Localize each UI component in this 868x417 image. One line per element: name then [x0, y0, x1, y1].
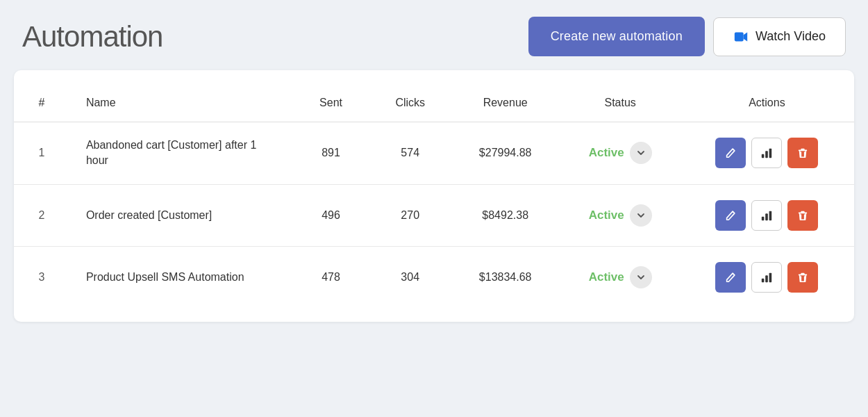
col-header-sent: Sent: [292, 84, 371, 122]
row-name: Product Upsell SMS Automation: [69, 246, 292, 308]
row-status: Active: [561, 246, 680, 308]
chevron-down-icon: [637, 149, 645, 157]
bar-chart-icon: [760, 147, 773, 159]
bar-chart-icon: [760, 271, 773, 284]
row-revenue: $27994.88: [450, 122, 561, 185]
edit-button[interactable]: [715, 262, 746, 293]
row-sent: 891: [292, 122, 371, 185]
svg-rect-5: [766, 213, 769, 220]
pencil-icon: [724, 271, 737, 284]
row-clicks: 574: [371, 122, 450, 185]
status-badge: Active: [589, 146, 624, 160]
svg-rect-9: [769, 272, 772, 282]
actions-container: [696, 262, 837, 293]
svg-rect-2: [766, 152, 769, 158]
table-row: 3 Product Upsell SMS Automation 478 304 …: [14, 246, 854, 308]
svg-rect-1: [762, 154, 765, 158]
video-camera-icon: [733, 29, 749, 44]
watch-video-label: Watch Video: [756, 29, 826, 44]
table-row: 2 Order created [Customer] 496 270 $8492…: [14, 184, 854, 246]
status-badge: Active: [589, 270, 624, 284]
col-header-number: #: [14, 84, 69, 122]
row-sent: 496: [292, 184, 371, 246]
status-dropdown-button[interactable]: [630, 204, 652, 227]
actions-container: [696, 138, 837, 168]
stats-button[interactable]: [751, 262, 782, 293]
chevron-down-icon: [637, 211, 645, 220]
row-status: Active: [561, 122, 680, 185]
row-number: 3: [14, 246, 69, 308]
pencil-icon: [724, 209, 737, 222]
row-status: Active: [561, 184, 680, 246]
row-number: 1: [14, 122, 69, 185]
pencil-icon: [724, 147, 737, 159]
row-actions: [680, 184, 854, 246]
stats-button[interactable]: [751, 200, 782, 231]
col-header-clicks: Clicks: [371, 84, 450, 122]
status-container: Active: [578, 266, 663, 288]
delete-button[interactable]: [787, 262, 818, 293]
row-name: Abandoned cart [Customer] after 1 hour: [69, 122, 292, 185]
col-header-revenue: Revenue: [450, 84, 561, 122]
row-name: Order created [Customer]: [69, 184, 292, 246]
row-clicks: 304: [371, 246, 450, 308]
table-row: 1 Abandoned cart [Customer] after 1 hour…: [14, 122, 854, 185]
delete-button[interactable]: [787, 138, 818, 168]
svg-rect-8: [766, 275, 769, 282]
create-automation-button[interactable]: Create new automation: [528, 17, 705, 56]
trash-icon: [796, 271, 809, 284]
row-actions: [680, 122, 854, 185]
edit-button[interactable]: [715, 200, 746, 231]
header-actions: Create new automation Watch Video: [528, 17, 846, 56]
trash-icon: [796, 209, 809, 222]
row-revenue: $13834.68: [450, 246, 561, 308]
col-header-name: Name: [69, 84, 292, 122]
automation-name-text: Abandoned cart [Customer] after 1 hour: [86, 138, 275, 169]
row-number: 2: [14, 184, 69, 246]
status-container: Active: [578, 142, 663, 164]
actions-container: [696, 200, 837, 231]
page-header: Automation Create new automation Watch V…: [0, 0, 868, 70]
automations-table: # Name Sent Clicks Revenue Status Action…: [14, 84, 854, 308]
svg-rect-7: [762, 279, 765, 282]
status-dropdown-button[interactable]: [630, 142, 652, 164]
svg-rect-4: [762, 217, 765, 220]
row-sent: 478: [292, 246, 371, 308]
svg-rect-3: [769, 149, 772, 158]
status-container: Active: [578, 204, 663, 227]
svg-rect-6: [769, 211, 772, 220]
edit-button[interactable]: [715, 138, 746, 168]
row-actions: [680, 246, 854, 308]
automation-name-text: Product Upsell SMS Automation: [86, 270, 275, 285]
bar-chart-icon: [760, 209, 773, 222]
row-revenue: $8492.38: [450, 184, 561, 246]
stats-button[interactable]: [751, 138, 782, 168]
delete-button[interactable]: [787, 200, 818, 231]
automation-name-text: Order created [Customer]: [86, 208, 275, 223]
page-title: Automation: [22, 20, 162, 54]
table-header-row: # Name Sent Clicks Revenue Status Action…: [14, 84, 854, 122]
chevron-down-icon: [637, 273, 645, 281]
col-header-status: Status: [561, 84, 680, 122]
trash-icon: [796, 147, 809, 159]
col-header-actions: Actions: [680, 84, 854, 122]
svg-rect-0: [735, 32, 744, 41]
status-badge: Active: [589, 208, 624, 222]
watch-video-button[interactable]: Watch Video: [713, 17, 846, 56]
automations-table-card: # Name Sent Clicks Revenue Status Action…: [14, 70, 854, 322]
row-clicks: 270: [371, 184, 450, 246]
status-dropdown-button[interactable]: [630, 266, 652, 288]
